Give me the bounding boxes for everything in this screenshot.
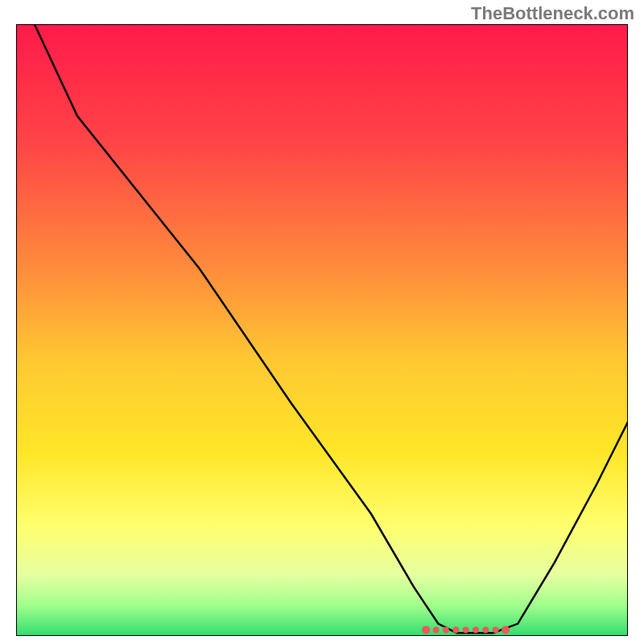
svg-point-7 <box>493 626 499 633</box>
svg-point-5 <box>473 626 479 633</box>
svg-point-4 <box>463 626 469 633</box>
chart-area <box>16 24 628 636</box>
watermark-text: TheBottleneck.com <box>471 3 634 24</box>
svg-point-3 <box>452 626 459 633</box>
svg-point-2 <box>443 626 449 633</box>
svg-point-8 <box>502 625 510 634</box>
svg-point-0 <box>422 625 430 634</box>
svg-point-1 <box>433 626 440 633</box>
plot-background <box>16 24 628 636</box>
chart-svg <box>16 24 628 636</box>
optimal-range-marker <box>422 625 510 634</box>
svg-point-6 <box>482 626 489 633</box>
